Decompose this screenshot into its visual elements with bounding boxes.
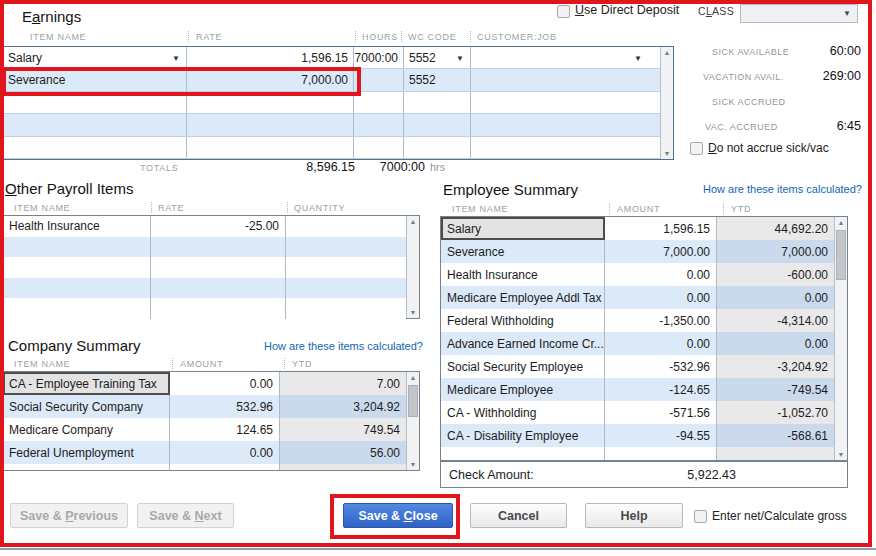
employee-item-cell[interactable]: Advance Earned Income Cr... (441, 332, 605, 355)
earnings-rate-cell[interactable]: 7,000.00 (187, 69, 354, 90)
scroll-down-icon[interactable]: ▼ (410, 308, 417, 317)
earnings-item-cell[interactable] (3, 92, 187, 113)
employee-amount-cell[interactable]: 0.00 (605, 286, 717, 309)
save-previous-button[interactable]: Save & Previous (10, 503, 128, 528)
earnings-customer-cell[interactable] (471, 92, 660, 113)
employee-item-cell[interactable]: Severance (441, 240, 605, 263)
earnings-hours-cell[interactable]: 7000:00 (354, 47, 404, 68)
earnings-scrollbar[interactable]: ▲ ▼ (660, 47, 673, 159)
class-dropdown[interactable]: ▼ (740, 4, 858, 23)
other-quantity-cell[interactable] (286, 278, 406, 299)
employee-amount-cell[interactable]: 0.00 (605, 263, 717, 286)
earnings-wc-cell[interactable] (404, 92, 471, 113)
employee-item-cell[interactable]: Medicare Employee (441, 378, 605, 401)
earnings-wc-cell[interactable]: 5552▼ (404, 47, 471, 68)
company-item-cell[interactable]: CA - Employee Training Tax (3, 372, 170, 395)
company-amount-cell[interactable]: 532.96 (170, 395, 280, 418)
other-rate-cell[interactable] (151, 237, 286, 258)
employee-summary-scrollbar[interactable]: ▲ ▼ (834, 217, 847, 460)
other-quantity-cell[interactable] (286, 237, 406, 258)
vac-accrued-value[interactable]: 6:45 (791, 119, 861, 133)
save-next-button[interactable]: Save & Next (137, 503, 234, 528)
scroll-up-icon[interactable]: ▲ (664, 48, 671, 57)
earnings-hours-cell[interactable] (354, 137, 404, 158)
earnings-customer-cell[interactable]: ▼ (471, 47, 660, 68)
other-rate-cell[interactable] (151, 278, 286, 299)
company-item-cell[interactable]: Federal Unemployment (3, 441, 170, 464)
employee-item-cell[interactable]: CA - Withholding (441, 401, 605, 424)
sick-available-value[interactable]: 60:00 (791, 44, 861, 58)
company-summary-help-link[interactable]: How are these items calculated? (264, 340, 423, 352)
earnings-rate-cell[interactable] (187, 92, 354, 113)
employee-item-cell[interactable]: Federal Withholding (441, 309, 605, 332)
scroll-down-icon[interactable]: ▼ (410, 460, 417, 469)
scroll-down-icon[interactable]: ▼ (664, 149, 671, 158)
employee-amount-cell[interactable]: -571.56 (605, 401, 717, 424)
scrollbar-thumb[interactable] (836, 230, 846, 280)
earnings-hours-cell[interactable] (354, 114, 404, 135)
earnings-item-cell[interactable] (3, 114, 187, 135)
chevron-down-icon[interactable]: ▼ (634, 53, 642, 62)
employee-amount-cell[interactable]: 7,000.00 (605, 240, 717, 263)
employee-summary-help-link[interactable]: How are these items calculated? (703, 183, 862, 195)
earnings-customer-cell[interactable] (471, 137, 660, 158)
other-item-cell[interactable] (3, 257, 151, 278)
company-item-cell[interactable]: Medicare Company (3, 418, 170, 441)
other-rate-cell[interactable]: -25.00 (151, 216, 286, 237)
earnings-wc-cell[interactable] (404, 137, 471, 158)
other-item-cell[interactable] (3, 298, 151, 319)
other-item-cell[interactable] (3, 237, 151, 258)
use-direct-deposit-checkbox[interactable] (557, 5, 570, 18)
earnings-item-cell[interactable]: Salary▼ (3, 47, 187, 68)
employee-item-cell[interactable]: Health Insurance (441, 263, 605, 286)
earnings-rate-cell[interactable]: 1,596.15 (187, 47, 354, 68)
employee-item-cell[interactable]: Medicare Employee Addl Tax (441, 286, 605, 309)
scroll-up-icon[interactable]: ▲ (410, 373, 417, 382)
save-close-button[interactable]: Save & Close (343, 503, 453, 528)
company-item-cell[interactable]: Social Security Company (3, 395, 170, 418)
vacation-avail-value[interactable]: 269:00 (791, 69, 861, 83)
employee-amount-cell[interactable]: -1,350.00 (605, 309, 717, 332)
do-not-accrue-checkbox[interactable] (690, 142, 703, 155)
employee-amount-cell[interactable]: -124.65 (605, 378, 717, 401)
chevron-down-icon[interactable]: ▼ (172, 53, 180, 62)
other-rate-cell[interactable] (151, 298, 286, 319)
employee-item-cell[interactable]: Social Security Employee (441, 355, 605, 378)
employee-item-cell[interactable]: CA - Disability Employee (441, 424, 605, 447)
other-quantity-cell[interactable] (286, 298, 406, 319)
employee-amount-cell[interactable]: 1,596.15 (605, 217, 717, 240)
employee-item-cell[interactable]: Salary (441, 217, 605, 240)
earnings-wc-cell[interactable] (404, 114, 471, 135)
other-rate-cell[interactable] (151, 257, 286, 278)
other-payroll-scrollbar[interactable]: ▲ ▼ (406, 216, 419, 318)
help-button[interactable]: Help (585, 503, 683, 528)
earnings-rate-cell[interactable] (187, 114, 354, 135)
scroll-down-icon[interactable]: ▼ (838, 450, 845, 459)
scroll-up-icon[interactable]: ▲ (838, 218, 845, 227)
employee-amount-cell[interactable]: 0.00 (605, 332, 717, 355)
earnings-rate-cell[interactable] (187, 137, 354, 158)
employee-amount-cell[interactable]: -94.55 (605, 424, 717, 447)
earnings-customer-cell[interactable] (471, 69, 660, 90)
scrollbar-thumb[interactable] (408, 385, 418, 417)
scroll-up-icon[interactable]: ▲ (410, 217, 417, 226)
earnings-table: Salary▼ 1,596.15 7000:00 5552▼ ▼ Severan… (2, 46, 674, 160)
other-item-cell[interactable] (3, 278, 151, 299)
earnings-item-cell[interactable] (3, 137, 187, 158)
company-summary-scrollbar[interactable]: ▲ ▼ (406, 372, 419, 470)
company-amount-cell[interactable]: 0.00 (170, 441, 280, 464)
other-quantity-cell[interactable] (286, 257, 406, 278)
other-quantity-cell[interactable] (286, 216, 406, 237)
enter-net-checkbox[interactable] (694, 510, 707, 523)
earnings-wc-cell[interactable]: 5552 (404, 69, 471, 90)
earnings-hours-cell[interactable] (354, 92, 404, 113)
earnings-item-cell[interactable]: Severance (3, 69, 187, 90)
cancel-button[interactable]: Cancel (470, 503, 567, 528)
other-item-cell[interactable]: Health Insurance (3, 216, 151, 237)
earnings-customer-cell[interactable] (471, 114, 660, 135)
chevron-down-icon[interactable]: ▼ (456, 53, 464, 62)
employee-amount-cell[interactable]: -532.96 (605, 355, 717, 378)
earnings-hours-cell[interactable] (354, 69, 404, 90)
company-amount-cell[interactable]: 0.00 (170, 372, 280, 395)
company-amount-cell[interactable]: 124.65 (170, 418, 280, 441)
